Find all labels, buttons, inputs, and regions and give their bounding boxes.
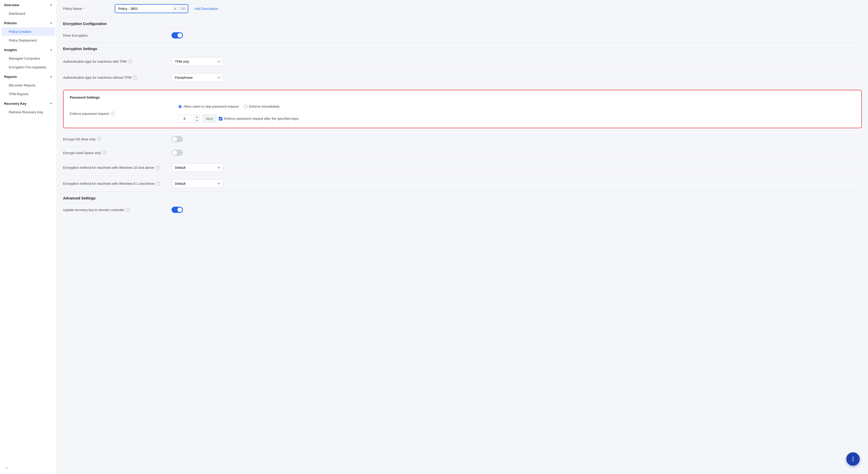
sidebar-group-policies[interactable]: Policies ▼ xyxy=(0,18,57,27)
radio-enforce-immediately-label[interactable]: Enforce immediately xyxy=(244,104,280,108)
policy-name-input[interactable] xyxy=(115,5,172,13)
days-input[interactable] xyxy=(179,115,194,122)
overview-label: Overview xyxy=(4,3,19,7)
sidebar-group-insights[interactable]: Insights ▼ xyxy=(0,45,57,54)
encrypt-os-drive-row: Encrypt OS drive only ? xyxy=(63,132,862,146)
days-increment-button[interactable]: ▲ xyxy=(194,115,200,119)
recovery-key-chevron-icon: ▼ xyxy=(50,102,53,105)
overview-chevron-icon: ▼ xyxy=(50,4,53,6)
update-recovery-key-help-icon[interactable]: ? xyxy=(126,208,130,212)
policy-name-label: Policy Name * xyxy=(63,7,115,10)
encryption-method-win10-label: Encryption method for machines with Wind… xyxy=(63,166,172,170)
drive-encryption-row: Drive Encryption xyxy=(63,29,862,42)
radio-allow-skip[interactable] xyxy=(178,105,182,108)
sidebar-item-policy-deployment[interactable]: Policy Deployment xyxy=(2,36,55,45)
encryption-config-title: Encryption Configuration xyxy=(63,18,862,28)
enforce-password-help-icon[interactable]: ? xyxy=(110,111,115,115)
encrypt-os-drive-label: Encrypt OS drive only ? xyxy=(63,137,172,141)
drive-encryption-label: Drive Encryption xyxy=(63,34,172,37)
days-unit-label: days xyxy=(203,114,216,123)
sidebar-item-encryption-prereqs[interactable]: Encryption Pre-requisites xyxy=(2,63,55,71)
drive-encryption-toggle[interactable] xyxy=(172,32,183,38)
password-settings-title: Password Settings xyxy=(70,96,855,99)
fab-button[interactable] xyxy=(846,452,860,466)
sidebar-item-managed-computers[interactable]: Managed Computers xyxy=(2,54,55,63)
radio-enforce-immediately[interactable] xyxy=(244,105,247,108)
required-star: * xyxy=(83,7,84,10)
auth-notpm-control: Passphrase PIN USB xyxy=(172,73,862,82)
encrypt-used-space-row: Encrypt Used Space only ? xyxy=(63,146,862,160)
days-spinners: ▲ ▼ xyxy=(194,115,200,122)
auth-notpm-row: Authentication type for machines without… xyxy=(63,70,862,86)
reports-chevron-icon: ▼ xyxy=(50,75,53,78)
encryption-method-win81-control: Default AES 128-bit AES 256-bit xyxy=(172,179,862,188)
policies-label: Policies xyxy=(4,21,17,25)
sidebar: Overview ▼ Dashboard Policies ▼ Policy C… xyxy=(0,0,57,474)
enforce-password-label: Enforce password request ? xyxy=(70,111,178,115)
auth-tpm-control: TPM only TPM + PIN TPM + USB TPM + PIN +… xyxy=(172,57,862,66)
encrypt-used-space-label: Encrypt Used Space only ? xyxy=(63,151,172,155)
page-content: Policy Name * ✕ 241 Add Description Encr… xyxy=(57,0,868,216)
enforce-password-radio-group: Allow users to skip password request Enf… xyxy=(178,104,280,108)
sidebar-item-retrieve-recovery-key[interactable]: Retrieve Recovery Key xyxy=(2,108,55,116)
sidebar-group-overview[interactable]: Overview ▼ xyxy=(0,0,57,9)
sidebar-section-reports: Reports ▼ BitLocker Reports TPM Reports xyxy=(0,72,57,99)
update-recovery-key-control xyxy=(172,207,862,213)
encrypt-used-space-toggle[interactable] xyxy=(172,150,183,156)
advanced-settings-title: Advanced Settings xyxy=(63,192,862,203)
svg-point-2 xyxy=(852,460,854,461)
encrypt-used-space-help-icon[interactable]: ? xyxy=(102,151,106,155)
drive-encryption-toggle-wrapper xyxy=(172,32,862,38)
encrypt-os-drive-toggle[interactable] xyxy=(172,136,183,142)
encryption-method-win10-control: Default AES 128-bit AES 256-bit XTS-AES … xyxy=(172,163,862,172)
enforce-after-days-checkbox[interactable] xyxy=(219,117,222,121)
reports-label: Reports xyxy=(4,75,17,79)
add-description-link[interactable]: Add Description xyxy=(194,7,218,10)
sidebar-item-policy-creation[interactable]: Policy Creation xyxy=(2,27,55,36)
sidebar-group-recovery-key[interactable]: Recovery Key ▼ xyxy=(0,99,57,108)
encryption-method-win10-select[interactable]: Default AES 128-bit AES 256-bit XTS-AES … xyxy=(172,163,223,172)
auth-tpm-label: Authentication type for machines with TP… xyxy=(63,60,172,64)
sidebar-group-reports[interactable]: Reports ▼ xyxy=(0,72,57,81)
policy-name-input-wrapper: ✕ 241 xyxy=(115,4,188,13)
sidebar-item-dashboard[interactable]: Dashboard xyxy=(2,9,55,18)
encryption-method-win10-help-icon[interactable]: ? xyxy=(156,166,160,170)
update-recovery-key-label: Update recovery key to domain controller… xyxy=(63,208,172,212)
days-input-wrapper: ▲ ▼ xyxy=(178,114,200,123)
sidebar-item-tpm-reports[interactable]: TPM Reports xyxy=(2,90,55,98)
insights-chevron-icon: ▼ xyxy=(50,48,53,52)
encrypt-os-drive-control xyxy=(172,136,862,142)
sidebar-section-overview: Overview ▼ Dashboard xyxy=(0,0,57,18)
policies-chevron-icon: ▼ xyxy=(50,22,53,25)
fab-icon xyxy=(850,456,856,462)
encryption-method-win81-help-icon[interactable]: ? xyxy=(156,182,160,186)
insights-label: Insights xyxy=(4,48,17,52)
encrypt-os-drive-help-icon[interactable]: ? xyxy=(97,137,101,141)
svg-point-0 xyxy=(852,459,854,460)
sidebar-collapse-button[interactable]: ◁ xyxy=(3,464,10,471)
encryption-method-win10-row: Encryption method for machines with Wind… xyxy=(63,160,862,176)
update-recovery-key-row: Update recovery key to domain controller… xyxy=(63,203,862,216)
enforce-password-row: Enforce password request ? Allow users t… xyxy=(70,104,855,123)
password-settings-box: Password Settings Enforce password reque… xyxy=(63,90,862,128)
update-recovery-key-toggle[interactable] xyxy=(172,207,183,213)
auth-tpm-row: Authentication type for machines with TP… xyxy=(63,54,862,70)
sidebar-section-insights: Insights ▼ Managed Computers Encryption … xyxy=(0,45,57,72)
enforce-password-control: Allow users to skip password request Enf… xyxy=(178,104,855,123)
sidebar-section-policies: Policies ▼ Policy Creation Policy Deploy… xyxy=(0,18,57,45)
auth-notpm-select[interactable]: Passphrase PIN USB xyxy=(172,73,223,82)
radio-allow-skip-label[interactable]: Allow users to skip password request xyxy=(178,104,239,108)
encryption-method-win81-select[interactable]: Default AES 128-bit AES 256-bit xyxy=(172,179,223,188)
sidebar-item-bitlocker-reports[interactable]: BitLocker Reports xyxy=(2,81,55,90)
days-row: ▲ ▼ days Enforce password request after … xyxy=(178,114,299,123)
auth-tpm-help-icon[interactable]: ? xyxy=(128,60,132,64)
recovery-key-label: Recovery Key xyxy=(4,102,26,105)
auth-tpm-select[interactable]: TPM only TPM + PIN TPM + USB TPM + PIN +… xyxy=(172,57,223,66)
enforce-after-days-label[interactable]: Enforce password request after the speci… xyxy=(219,116,299,121)
encryption-settings-title: Encryption Settings xyxy=(63,42,862,54)
auth-notpm-help-icon[interactable]: ? xyxy=(133,76,137,80)
policy-name-clear-button[interactable]: ✕ xyxy=(172,7,178,11)
encryption-method-win81-label: Encryption method for machines with Wind… xyxy=(63,182,172,186)
policy-name-row: Policy Name * ✕ 241 Add Description xyxy=(63,0,862,17)
days-decrement-button[interactable]: ▼ xyxy=(194,119,200,122)
